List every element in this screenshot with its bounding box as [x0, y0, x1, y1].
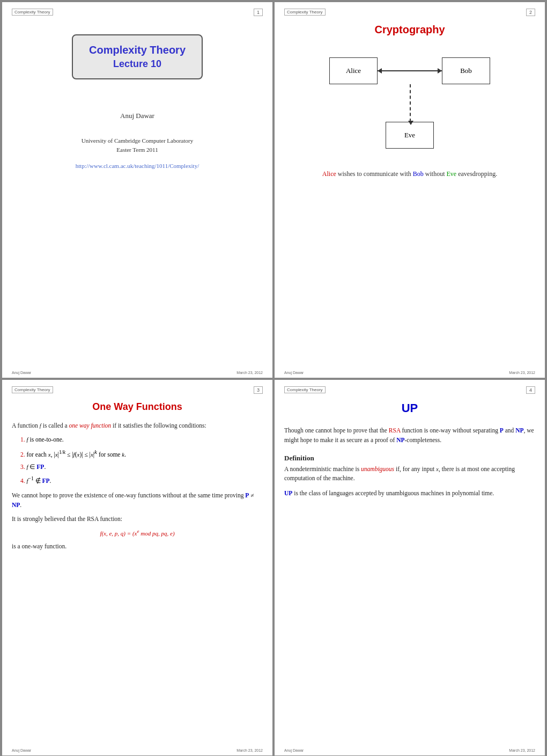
- footer-right: March 23, 2012: [236, 371, 263, 375]
- footer-right: March 23, 2012: [509, 371, 535, 375]
- footer-right: March 23, 2012: [236, 748, 263, 752]
- rsa-formula: f(x, e, p, q) = (xe mod pq, pq, e): [12, 529, 263, 538]
- institution: University of Cambridge Computer Laborat…: [82, 136, 193, 154]
- bob-label: Bob: [460, 67, 472, 75]
- slide-1-header: Complexity Theory 1: [12, 9, 263, 16]
- slide-4-number: 4: [526, 386, 535, 394]
- desc-part3: eavesdropping.: [458, 170, 497, 178]
- slide-2-title: Cryptography: [284, 24, 535, 36]
- slide-4-header: Complexity Theory 4: [284, 386, 535, 394]
- institution-line2: Easter Term 2011: [82, 145, 193, 155]
- crypto-description: Alice wishes to communicate with Bob wit…: [284, 170, 535, 178]
- footer-left: Anuj Dawar: [284, 371, 304, 375]
- slide-4-label: Complexity Theory: [284, 386, 326, 393]
- slide-3-title: One Way Functions: [12, 401, 263, 413]
- eve-box: Eve: [386, 122, 434, 149]
- slide-2-content: Cryptography Alice Bob Eve Al: [284, 18, 535, 178]
- slide-2-header: Complexity Theory 2: [284, 9, 535, 16]
- slide-3-content: One Way Functions A function f is called…: [12, 396, 263, 551]
- footer-left: Anuj Dawar: [12, 371, 31, 375]
- footer-left: Anuj Dawar: [12, 748, 31, 752]
- slide-2-label: Complexity Theory: [284, 9, 326, 16]
- slide-3: Complexity Theory 3 One Way Functions A …: [2, 380, 272, 755]
- slide-1-label: Complexity Theory: [12, 9, 53, 16]
- eve-text: Eve: [447, 170, 457, 178]
- slide-1-number: 1: [254, 9, 263, 16]
- slide-3-number: 3: [254, 386, 263, 394]
- alice-label: Alice: [346, 67, 361, 75]
- slides-grid: Complexity Theory 1 Complexity Theory Le…: [0, 0, 547, 756]
- slide-1-content: Complexity Theory Lecture 10 Anuj Dawar …: [12, 18, 263, 169]
- eve-label: Eve: [404, 131, 415, 140]
- slide-4-content: UP Though one cannot hope to prove that …: [284, 396, 535, 498]
- title-box: Complexity Theory Lecture 10: [72, 34, 203, 79]
- institution-line1: University of Cambridge Computer Laborat…: [82, 136, 193, 145]
- slide-subtitle: Lecture 10: [89, 58, 186, 70]
- slide-4-title: UP: [284, 401, 535, 415]
- owf-para2: It is strongly believed that the RSA fun…: [12, 515, 263, 524]
- slide-2-number: 2: [526, 9, 535, 16]
- owf-item-1: 1. f is one-to-one.: [20, 435, 263, 444]
- slide-3-header: Complexity Theory 3: [12, 386, 263, 394]
- slide-2: Complexity Theory 2 Cryptography Alice B…: [275, 2, 545, 378]
- vertical-arrow: [410, 84, 411, 122]
- slide-1-footer: Anuj Dawar March 23, 2012: [12, 371, 263, 375]
- owf-para3: is a one-way function.: [12, 542, 263, 552]
- slide-4-footer: Anuj Dawar March 23, 2012: [284, 748, 535, 752]
- up-desc: UP is the class of languages accepted by…: [284, 489, 535, 498]
- alice-text: Alice: [322, 170, 336, 178]
- footer-right: March 23, 2012: [509, 748, 535, 752]
- bob-box: Bob: [442, 57, 490, 84]
- bob-text: Bob: [413, 170, 424, 178]
- horizontal-arrow: [378, 70, 442, 71]
- owf-intro: A function f is called a one way functio…: [12, 421, 263, 431]
- owf-item-2: 2. for each x, |x|1/k ≤ |f(x)| ≤ |x|k fo…: [20, 447, 263, 459]
- desc-part2: without: [425, 170, 447, 178]
- crypto-diagram: Alice Bob Eve: [284, 47, 535, 154]
- crypto-inner: Alice Bob Eve: [324, 47, 496, 154]
- up-para1: Though one cannot hope to prove that the…: [284, 426, 535, 445]
- desc-part1: wishes to communicate with: [338, 170, 413, 178]
- owf-item-4: 4. f−1 ∉ FP.: [20, 475, 263, 486]
- slide-2-footer: Anuj Dawar March 23, 2012: [284, 371, 535, 375]
- footer-left: Anuj Dawar: [284, 748, 304, 752]
- alice-box: Alice: [329, 57, 378, 84]
- slide-3-label: Complexity Theory: [12, 386, 53, 393]
- url-link[interactable]: http://www.cl.cam.ac.uk/teaching/1011/Co…: [76, 163, 199, 169]
- definition-text: A nondeterministic machine is unambiguou…: [284, 465, 535, 484]
- slide-1: Complexity Theory 1 Complexity Theory Le…: [2, 2, 272, 378]
- owf-item-3: 3. f ∈ FP.: [20, 463, 263, 472]
- author-name: Anuj Dawar: [120, 112, 154, 120]
- slide-main-title: Complexity Theory: [89, 44, 186, 56]
- definition-heading: Definition: [284, 454, 535, 463]
- owf-para1: We cannot hope to prove the existence of…: [12, 491, 263, 510]
- slide-3-footer: Anuj Dawar March 23, 2012: [12, 748, 263, 752]
- slide-4: Complexity Theory 4 UP Though one cannot…: [275, 380, 545, 755]
